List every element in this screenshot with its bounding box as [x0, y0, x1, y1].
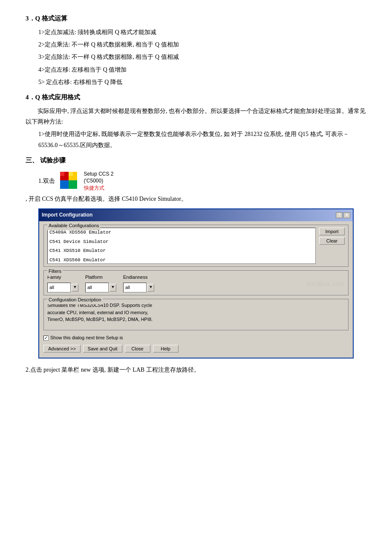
dialog-title: Import Configuration: [42, 211, 92, 220]
shortcut-text-block: Setup CCS 2 ('C5000) 快捷方式: [84, 171, 114, 192]
q-ops-sub3: 3>定点除法: 不一样 Q 格式数据相除, 相当于 Q 值相减: [38, 52, 366, 62]
import-config-dialog: doc8box.com Import Configuration ? × Ava…: [38, 208, 354, 358]
config-listbox[interactable]: C5409A XDS560 Emulator C541 Device Simul…: [47, 228, 316, 264]
dialog-help-button[interactable]: ?: [336, 212, 343, 218]
endianness-select[interactable]: all ▼: [123, 283, 154, 293]
endianness-filter: Endianness all ▼: [123, 273, 154, 293]
config-desc-text: Simulates the TMS320C5410 DSP. Supports …: [47, 302, 345, 327]
platform-select[interactable]: all ▼: [85, 283, 116, 293]
open-text: , 开启 CCS 仿真平台配着选项。选择 C5410 Device Simula…: [26, 194, 366, 204]
section-3-title: 3．Q 格式运算: [26, 13, 366, 24]
q-ops-sub4: 4>定点左移: 左移相当于 Q 值增加: [38, 64, 366, 75]
shortcut-name: Setup CCS 2: [84, 171, 114, 178]
dialog-close-button[interactable]: ×: [343, 212, 350, 218]
show-dialog-checkbox[interactable]: ✓: [43, 335, 49, 341]
config-desc-label: Configuration Description: [47, 296, 103, 304]
advanced-button[interactable]: Advanced >>: [43, 345, 81, 353]
show-dialog-label: Show this dialog next time Setup is: [50, 334, 123, 342]
family-filter: Family all ▼: [47, 273, 78, 293]
filters-group: Filters Family all ▼ Platform all ▼: [43, 270, 349, 296]
section-3-steps-title: 三、 试验步骤: [26, 155, 366, 166]
svg-rect-2: [60, 180, 69, 189]
ccs-shortcut-icon: [59, 171, 80, 191]
section-4-sub1: 1>使用时使用适中定标, 既能够表示一定整数复位也能够表示小数复位, 如 对于 …: [38, 129, 366, 150]
step2-text: 2.点击 project 菜单栏 new 选项, 新建一个 LAB 工程注意存放…: [26, 364, 366, 375]
avail-configs-label: Available Configurations: [47, 222, 100, 230]
section-4-title: 4．Q 格式应用格式: [26, 92, 366, 103]
platform-value: all: [85, 283, 109, 293]
endianness-value: all: [123, 283, 147, 293]
help-dialog-button[interactable]: Help: [153, 345, 179, 353]
shortcut-sub: ('C5000): [84, 177, 114, 185]
platform-dropdown-arrow[interactable]: ▼: [110, 284, 116, 292]
config-item-3[interactable]: C541 XDS560 Emulator: [48, 256, 315, 264]
shortcut-desc: 快捷方式: [84, 185, 114, 192]
q-ops-sub1: 1>定点加减法: 须转换成相同 Q 格式才能加减: [38, 27, 366, 38]
config-action-buttons: Import Clear: [319, 228, 345, 245]
filters-row: Family all ▼ Platform all ▼: [47, 273, 345, 293]
config-item-2[interactable]: C541 XDS510 Emulator: [48, 246, 315, 256]
platform-filter: Platform all ▼: [85, 273, 116, 293]
available-configs-group: Available Configurations C5409A XDS560 E…: [43, 225, 349, 267]
platform-label: Platform: [85, 273, 116, 282]
svg-rect-3: [69, 180, 77, 189]
import-button[interactable]: Import: [319, 228, 345, 235]
config-list-area: C5409A XDS560 Emulator C541 Device Simul…: [47, 228, 345, 264]
q-ops-sub2: 2>定点乘法: 不一样 Q 格式数据相乘, 相当于 Q 值相加: [38, 39, 366, 50]
show-dialog-checkbox-row: ✓ Show this dialog next time Setup is: [43, 334, 349, 342]
family-value: all: [47, 283, 71, 293]
config-desc-group: Configuration Description Simulates the …: [43, 299, 349, 330]
section-3-steps: 三、 试验步骤 1.双击 Setup CCS 2 ('C5000) 快捷方式 ,…: [26, 155, 366, 376]
svg-rect-4: [60, 172, 64, 176]
family-select[interactable]: all ▼: [47, 283, 78, 293]
section-4-para1: 实际应用中, 浮点运算大都时候都是现有整数部分, 也有小数部分。所以要选择一个合…: [26, 106, 366, 127]
step1-row: 1.双击 Setup CCS 2 ('C5000) 快捷方式: [38, 171, 366, 192]
section-3-q-ops: 3．Q 格式运算 1>定点加减法: 须转换成相同 Q 格式才能加减 2>定点乘法…: [26, 13, 366, 87]
dialog-footer-buttons: Advanced >> Save and Quit Close Help: [43, 345, 349, 354]
svg-rect-5: [69, 172, 73, 176]
dialog-body: Available Configurations C5409A XDS560 E…: [39, 221, 353, 358]
close-dialog-button[interactable]: Close: [125, 345, 150, 353]
save-quit-button[interactable]: Save and Quit: [83, 345, 122, 353]
family-dropdown-arrow[interactable]: ▼: [72, 284, 78, 292]
config-item-1[interactable]: C541 Device Simulator: [48, 237, 315, 247]
dialog-title-buttons: ? ×: [336, 212, 350, 218]
q-ops-sub5: 5> 定点右移: 右移相当于 Q 降低: [38, 77, 366, 87]
section-4-q-format: 4．Q 格式应用格式 实际应用中, 浮点运算大都时候都是现有整数部分, 也有小数…: [26, 92, 366, 150]
clear-button[interactable]: Clear: [319, 237, 345, 245]
endianness-label: Endianness: [123, 273, 154, 282]
dialog-titlebar: Import Configuration ? ×: [39, 209, 353, 221]
step1-label: 1.双击: [38, 176, 55, 186]
filters-label: Filters: [47, 267, 63, 276]
endianness-dropdown-arrow[interactable]: ▼: [147, 284, 154, 292]
